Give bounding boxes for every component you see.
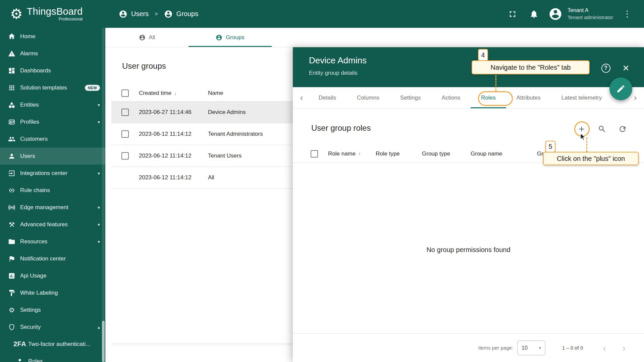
sidebar: ⚙ ThingsBoard Professional Home Alarms D… — [0, 0, 105, 362]
sidebar-item-integrations-center[interactable]: Integrations center ▾ — [0, 165, 105, 182]
sidebar-scrollbar-thumb[interactable] — [102, 321, 105, 362]
drawer-subtitle: Entity group details — [309, 70, 644, 76]
sidebar-item-edge-management[interactable]: Edge management ▾ — [0, 199, 105, 216]
row-checkbox[interactable] — [121, 152, 129, 160]
account-circle-icon — [548, 7, 562, 21]
column-created-time[interactable]: Created time ↓ — [139, 90, 177, 97]
sidebar-item-settings[interactable]: ⚙ Settings — [0, 301, 105, 318]
tab-roles[interactable]: Roles — [471, 87, 506, 108]
column-role-type[interactable]: Role type — [376, 150, 400, 157]
sidebar-item-label: Security — [20, 324, 41, 330]
help-icon: ? — [601, 64, 610, 73]
sidebar-item-white-labeling[interactable]: White Labeling — [0, 284, 105, 301]
sidebar-item-two-factor-authentication[interactable]: 2FA Two-factor authenticati... — [0, 336, 105, 353]
breadcrumb-users[interactable]: Users — [119, 10, 149, 18]
tab-details[interactable]: Details — [308, 87, 346, 108]
sidebar-item-entities[interactable]: Entities ▾ — [0, 96, 105, 113]
entity-tabbar: All Groups — [105, 28, 644, 47]
sidebar-item-resources[interactable]: Resources ▾ — [0, 233, 105, 250]
chevron-down-icon: ▾ — [98, 119, 100, 125]
user-avatar[interactable] — [548, 7, 563, 21]
column-group-type[interactable]: Group type — [422, 150, 450, 157]
paginator: Items per page: 10 ▾ 1 – 0 of 0 ‹ › — [293, 333, 644, 362]
refresh-button[interactable] — [615, 122, 630, 136]
table-row[interactable]: 2023-06-12 11:14:12 Tenant Users — [111, 145, 293, 167]
home-icon — [7, 32, 16, 41]
table-row[interactable]: 2023-06-12 11:14:12 All — [111, 167, 293, 189]
column-group-name[interactable]: Group name — [471, 150, 502, 157]
sidebar-item-api-usage[interactable]: Api Usage — [0, 267, 105, 284]
tenant-info: Tenant A Tenant administrator — [568, 7, 613, 20]
chevron-down-icon: ▾ — [98, 222, 100, 227]
sidebar-item-solution-templates[interactable]: Solution templates NEW — [0, 79, 105, 96]
column-role-name[interactable]: Role name ↑ — [328, 150, 361, 157]
column-name[interactable]: Name — [208, 90, 223, 97]
breadcrumb-groups[interactable]: Groups — [164, 10, 199, 18]
cell-created-time: 2023-06-12 11:14:12 — [139, 174, 192, 181]
chevron-left-icon: ‹ — [300, 93, 303, 103]
sidebar-item-home[interactable]: Home — [0, 28, 105, 45]
thingsboard-logo-icon: ⚙ — [10, 7, 23, 21]
notifications-button[interactable] — [527, 7, 541, 21]
next-page-button[interactable]: › — [617, 341, 631, 355]
tab-latest-telemetry[interactable]: Latest telemetry — [551, 87, 612, 108]
row-checkbox[interactable] — [121, 130, 129, 138]
add-role-button[interactable] — [574, 122, 589, 136]
sidebar-item-label: Rule chains — [20, 187, 50, 194]
sidebar-item-rule-chains[interactable]: Rule chains — [0, 182, 105, 199]
cell-name: Tenant Users — [208, 153, 241, 159]
app-logo[interactable]: ⚙ ThingsBoard Professional — [0, 0, 105, 28]
sidebar-item-profiles[interactable]: Profiles ▾ — [0, 113, 105, 130]
chevron-right-icon: › — [634, 93, 637, 103]
chevron-left-icon: ‹ — [603, 342, 606, 354]
tab-attributes[interactable]: Attributes — [506, 87, 551, 108]
table-header-row: Created time ↓ Name — [111, 85, 293, 102]
select-all-checkbox[interactable] — [311, 150, 318, 158]
card-bottom-edge — [111, 343, 293, 344]
fullscreen-icon — [508, 9, 517, 19]
tab-groups[interactable]: Groups — [189, 28, 272, 47]
sidebar-item-security[interactable]: Security ▴ — [0, 318, 105, 336]
table-row[interactable]: 2023-06-27 11:14:46 Device Admins — [111, 102, 293, 123]
fullscreen-button[interactable] — [505, 7, 520, 21]
settings-gear-icon: ⚙ — [7, 306, 16, 314]
sidebar-item-alarms[interactable]: Alarms — [0, 45, 105, 62]
tab-settings[interactable]: Settings — [390, 87, 431, 108]
select-all-checkbox[interactable] — [121, 89, 129, 97]
close-button[interactable]: ✕ — [619, 61, 633, 75]
advanced-features-icon: ⚒ — [7, 220, 16, 229]
sidebar-item-label: Advanced features — [20, 221, 68, 228]
entity-details-drawer: Device Admins Entity group details ? ✕ ‹… — [293, 47, 644, 362]
sidebar-item-dashboards[interactable]: Dashboards — [0, 62, 105, 79]
cell-created-time: 2023-06-27 11:14:46 — [139, 109, 192, 116]
tab-all[interactable]: All — [105, 28, 189, 47]
tab-columns[interactable]: Columns — [346, 87, 390, 108]
pencil-icon — [616, 84, 626, 94]
sidebar-item-users[interactable]: Users — [0, 147, 105, 165]
table-row[interactable]: 2023-06-12 11:14:12 Tenant Administrator… — [111, 123, 293, 145]
sidebar-item-customers[interactable]: Customers — [0, 130, 105, 147]
tab-actions[interactable]: Actions — [431, 87, 471, 108]
previous-page-button[interactable]: ‹ — [598, 341, 611, 355]
sidebar-item-notification-center[interactable]: Notification center — [0, 250, 105, 267]
sidebar-item-label: Home — [20, 33, 35, 40]
entities-icon — [7, 101, 16, 109]
column-group-owner-truncated[interactable]: Gr — [537, 150, 543, 157]
roles-icon — [15, 357, 24, 362]
row-checkbox[interactable] — [121, 109, 129, 116]
new-badge: NEW — [85, 85, 100, 91]
sidebar-item-label: Entities — [20, 102, 39, 108]
sidebar-item-roles[interactable]: Roles — [0, 353, 105, 362]
user-groups-table: Created time ↓ Name 2023-06-27 11:14:46 … — [111, 85, 293, 189]
sidebar-item-advanced-features[interactable]: ⚒ Advanced features ▾ — [0, 216, 105, 233]
edit-fab-button[interactable] — [609, 77, 632, 100]
solution-templates-icon — [7, 83, 16, 92]
help-button[interactable]: ? — [598, 61, 613, 75]
more-menu-button[interactable]: ⋮ — [620, 7, 635, 21]
bell-icon — [529, 9, 539, 19]
tabs-scroll-left-button[interactable]: ‹ — [295, 91, 308, 105]
search-button[interactable] — [595, 122, 609, 136]
chevron-up-icon: ▴ — [98, 324, 100, 330]
page-size-select[interactable]: 10 ▾ — [517, 341, 545, 355]
cell-created-time: 2023-06-12 11:14:12 — [139, 131, 192, 137]
